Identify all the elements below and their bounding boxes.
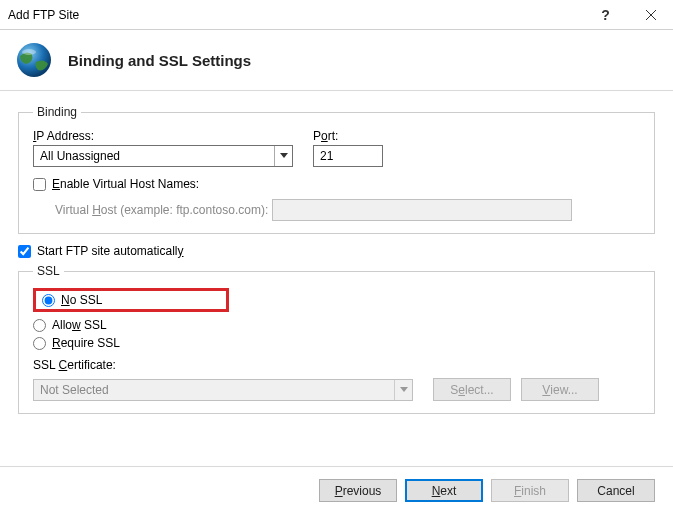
- help-button[interactable]: ?: [583, 0, 628, 30]
- no-ssl-label: No SSLNo SSL: [61, 293, 102, 307]
- next-button[interactable]: NextNext: [405, 479, 483, 502]
- ssl-legend: SSL: [33, 264, 64, 278]
- cancel-button[interactable]: Cancel: [577, 479, 655, 502]
- close-icon: [646, 10, 656, 20]
- start-automatically-checkbox[interactable]: [18, 245, 31, 258]
- svg-point-3: [22, 49, 36, 55]
- view-button: View...View...: [521, 378, 599, 401]
- virtual-host-input: [272, 199, 572, 221]
- ssl-certificate-label: SSL Certificate:SSL Certificate:: [33, 358, 640, 372]
- close-button[interactable]: [628, 0, 673, 30]
- start-automatically-label: Start FTP site automaticallyStart FTP si…: [37, 244, 184, 258]
- ip-address-combo[interactable]: All Unassigned: [33, 145, 293, 167]
- previous-button[interactable]: PreviousPrevious: [319, 479, 397, 502]
- virtual-host-label: Virtual Host (example: ftp.contoso.com):…: [55, 203, 268, 217]
- window-title: Add FTP Site: [8, 8, 583, 22]
- ip-address-label: IP IP Address:Address:: [33, 129, 293, 143]
- enable-virtual-host-label: Enable Virtual Host Names:Enable Virtual…: [52, 177, 199, 191]
- ssl-certificate-value: Not Selected: [34, 383, 394, 397]
- allow-ssl-label: Allow SSLAllow SSL: [52, 318, 107, 332]
- no-ssl-radio[interactable]: [42, 294, 55, 307]
- finish-button: FinishFinish: [491, 479, 569, 502]
- globe-icon: [14, 40, 54, 80]
- allow-ssl-radio[interactable]: [33, 319, 46, 332]
- binding-group: Binding IP IP Address:Address: All Unass…: [18, 105, 655, 234]
- chevron-down-icon: [394, 380, 412, 400]
- select-button: Select...Select...: [433, 378, 511, 401]
- require-ssl-radio[interactable]: [33, 337, 46, 350]
- port-input[interactable]: [313, 145, 383, 167]
- page-heading: Binding and SSL Settings: [68, 52, 251, 69]
- ssl-certificate-combo: Not Selected: [33, 379, 413, 401]
- ssl-group: SSL No SSLNo SSL Allow SSLAllow SSL Requ…: [18, 264, 655, 414]
- chevron-down-icon: [274, 146, 292, 166]
- ip-address-value: All Unassigned: [34, 149, 274, 163]
- require-ssl-label: Require SSLRequire SSL: [52, 336, 120, 350]
- binding-legend: Binding: [33, 105, 81, 119]
- port-label: Port:Port:: [313, 129, 383, 143]
- highlight-box: No SSLNo SSL: [33, 288, 229, 312]
- enable-virtual-host-checkbox[interactable]: [33, 178, 46, 191]
